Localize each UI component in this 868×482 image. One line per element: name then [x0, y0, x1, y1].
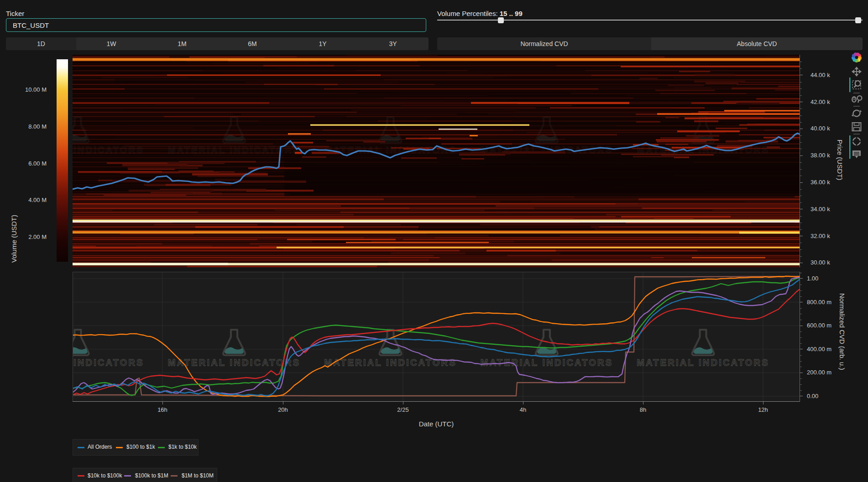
- svg-text:MATERIAL INDICATORS: MATERIAL INDICATORS: [481, 358, 613, 368]
- svg-text:MATERIAL INDICATORS: MATERIAL INDICATORS: [73, 358, 144, 368]
- svg-text:MATERIAL INDICATORS: MATERIAL INDICATORS: [73, 145, 144, 155]
- svg-text:MATERIAL INDICATORS: MATERIAL INDICATORS: [637, 358, 769, 368]
- svg-text:MATERIAL INDICATORS: MATERIAL INDICATORS: [324, 358, 456, 368]
- svg-text:MATERIAL INDICATORS: MATERIAL INDICATORS: [168, 358, 300, 368]
